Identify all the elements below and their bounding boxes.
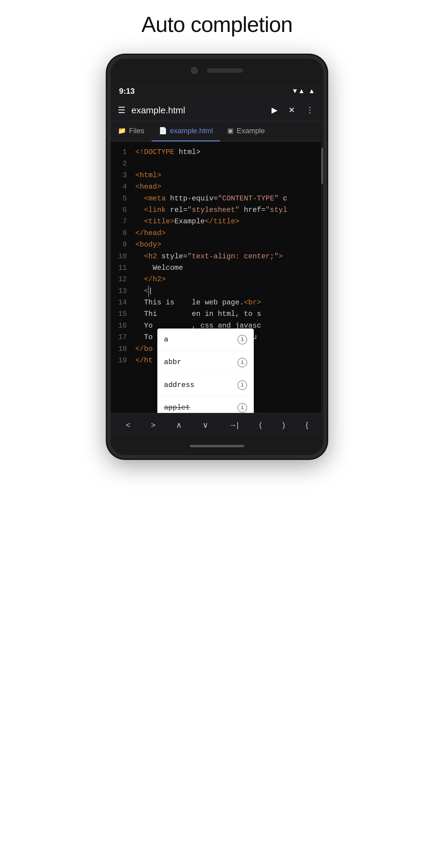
info-icon-address[interactable]: i bbox=[238, 380, 247, 390]
wifi-icon: ▼▲ bbox=[292, 87, 305, 95]
autocomplete-label-address: address bbox=[164, 379, 238, 391]
code-line-4: <head> bbox=[135, 181, 320, 193]
app-toolbar: ☰ example.html ▶ ✕ ⋮ bbox=[111, 99, 323, 121]
play-button[interactable]: ▶ bbox=[269, 104, 280, 116]
signal-icon: ▲ bbox=[308, 87, 315, 95]
autocomplete-label-applet: applet bbox=[164, 402, 238, 413]
key-tab[interactable]: →| bbox=[224, 418, 244, 432]
page-title: Auto completion bbox=[141, 12, 292, 37]
key-left-angle[interactable]: < bbox=[121, 418, 135, 432]
tab-files[interactable]: 📁 Files bbox=[111, 121, 152, 141]
code-line-2 bbox=[135, 158, 320, 169]
info-icon-applet[interactable]: i bbox=[238, 403, 247, 412]
key-open-paren[interactable]: ( bbox=[254, 418, 267, 432]
key-down[interactable]: ∨ bbox=[198, 418, 213, 432]
code-line-8: </head> bbox=[135, 227, 320, 239]
key-close-paren[interactable]: ) bbox=[278, 418, 290, 432]
home-indicator bbox=[190, 445, 244, 447]
camera bbox=[191, 67, 198, 74]
code-line-12: </h2> bbox=[135, 274, 320, 285]
menu-button[interactable]: ☰ bbox=[118, 105, 125, 115]
preview-tab-label: Example bbox=[237, 127, 265, 135]
editor-tab-icon: 📄 bbox=[159, 127, 167, 135]
speaker bbox=[207, 68, 243, 73]
status-bar: 9:13 ▼▲ ▲ bbox=[111, 83, 323, 99]
files-tab-label: Files bbox=[129, 127, 144, 135]
key-up[interactable]: ∧ bbox=[171, 418, 187, 432]
keyboard-bar: < > ∧ ∨ →| ( ) { bbox=[111, 413, 323, 437]
line-numbers: 1 2 3 4 5 6 7 8 9 10 11 12 13 14 15 16 1… bbox=[111, 142, 132, 371]
key-right-angle[interactable]: > bbox=[146, 418, 160, 432]
code-line-13: <| bbox=[135, 285, 320, 297]
autocomplete-item-address[interactable]: address i bbox=[157, 374, 254, 397]
scrollbar[interactable] bbox=[321, 142, 323, 413]
autocomplete-item-a[interactable]: a i bbox=[157, 329, 254, 351]
key-open-brace[interactable]: { bbox=[301, 418, 313, 432]
editor-tab-label: example.html bbox=[170, 127, 213, 135]
code-line-9: <body> bbox=[135, 239, 320, 250]
tab-editor[interactable]: 📄 example.html bbox=[152, 121, 220, 141]
autocomplete-item-applet[interactable]: applet i bbox=[157, 397, 254, 413]
status-time: 9:13 bbox=[119, 87, 135, 96]
autocomplete-label-abbr: abbr bbox=[164, 356, 238, 368]
code-line-10: <h2 style="text-align: center;"> bbox=[135, 251, 320, 262]
status-icons: ▼▲ ▲ bbox=[292, 87, 315, 95]
code-line-3: <html> bbox=[135, 170, 320, 181]
scrollbar-thumb[interactable] bbox=[321, 148, 323, 184]
close-button[interactable]: ✕ bbox=[286, 104, 298, 116]
code-line-14: This is le web page.<br> bbox=[135, 297, 320, 308]
phone-top bbox=[111, 59, 323, 83]
info-icon-a[interactable]: i bbox=[238, 335, 247, 344]
files-tab-icon: 📁 bbox=[118, 127, 126, 135]
tab-bar: 📁 Files 📄 example.html ▣ Example bbox=[111, 121, 323, 142]
autocomplete-label-a: a bbox=[164, 334, 238, 345]
code-editor[interactable]: 1 2 3 4 5 6 7 8 9 10 11 12 13 14 15 16 1… bbox=[111, 142, 323, 413]
code-line-1: <!DOCTYPE html> bbox=[135, 147, 320, 158]
phone-frame: 9:13 ▼▲ ▲ ☰ example.html ▶ ✕ ⋮ 📁 Files 📄… bbox=[107, 55, 327, 459]
code-line-7: <title>Example</title> bbox=[135, 216, 320, 227]
code-line-15: Thi en in html, to s bbox=[135, 308, 320, 320]
autocomplete-dropdown: a i abbr i address i applet i area i art… bbox=[157, 329, 254, 413]
code-line-5: <meta http-equiv="CONTENT-TYPE" c bbox=[135, 193, 320, 204]
code-line-11: Welcome bbox=[135, 262, 320, 274]
tab-preview[interactable]: ▣ Example bbox=[220, 121, 272, 141]
phone-bottom bbox=[111, 437, 323, 455]
toolbar-title: example.html bbox=[131, 105, 263, 116]
more-button[interactable]: ⋮ bbox=[304, 104, 316, 116]
preview-tab-icon: ▣ bbox=[227, 127, 234, 135]
info-icon-abbr[interactable]: i bbox=[238, 358, 247, 367]
code-line-6: <link rel="stylesheet" href="styl bbox=[135, 204, 320, 216]
autocomplete-item-abbr[interactable]: abbr i bbox=[157, 351, 254, 374]
